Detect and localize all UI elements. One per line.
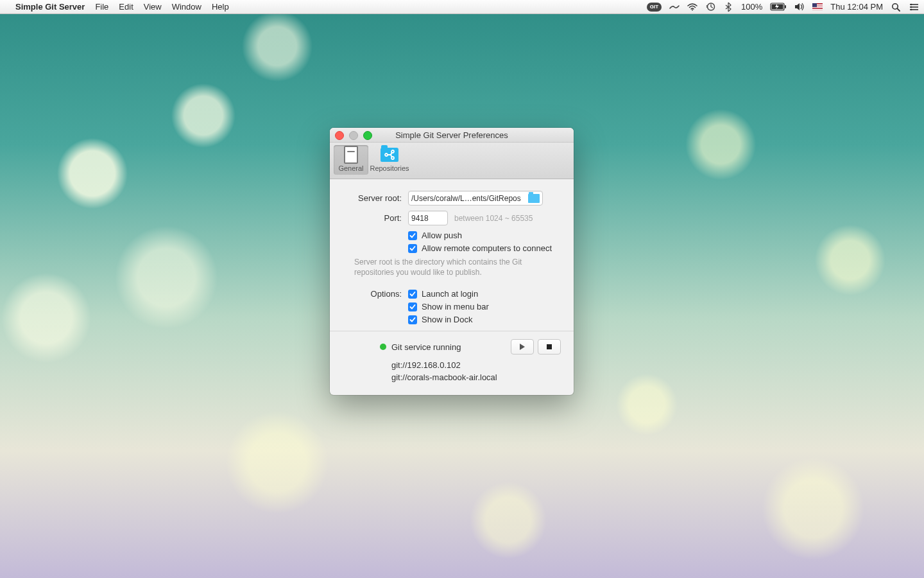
start-button[interactable]: [511, 339, 534, 355]
desktop: Simple Git Server File Edit View Window …: [0, 0, 924, 578]
bluetooth-icon[interactable]: [723, 2, 733, 12]
svg-point-13: [385, 153, 388, 156]
svg-point-12: [910, 8, 912, 10]
volume-icon[interactable]: [794, 2, 805, 12]
menu-edit[interactable]: Edit: [119, 2, 133, 12]
checkbox-icon: [408, 315, 417, 324]
svg-point-15: [391, 157, 394, 159]
status-text: Git service running: [391, 342, 461, 352]
menu-window[interactable]: Window: [172, 2, 201, 12]
service-url-2: git://corals-macbook-air.local: [391, 372, 561, 384]
tab-repositories-label: Repositories: [370, 164, 409, 172]
port-value: 9418: [411, 214, 429, 223]
zoom-button[interactable]: [363, 131, 372, 140]
svg-point-11: [910, 6, 912, 8]
port-field[interactable]: 9418: [408, 211, 448, 225]
folder-icon[interactable]: [528, 194, 540, 203]
svg-line-6: [897, 8, 900, 11]
svg-rect-3: [785, 5, 786, 8]
server-root-label: Server root:: [343, 193, 402, 203]
checkbox-launch-login-label: Launch at login: [422, 289, 478, 299]
server-root-field[interactable]: /Users/coralw/L…ents/GitRepos: [408, 191, 543, 206]
menu-file[interactable]: File: [95, 2, 108, 12]
general-icon: [344, 146, 358, 164]
checkbox-show-menu-label: Show in menu bar: [422, 302, 489, 311]
repositories-icon: [381, 148, 398, 162]
svg-point-0: [692, 9, 693, 10]
menu-view[interactable]: View: [144, 2, 162, 12]
battery-icon[interactable]: [770, 3, 787, 11]
tab-general[interactable]: General: [334, 145, 368, 175]
checkbox-icon: [408, 244, 417, 253]
checkbox-show-dock[interactable]: Show in Dock: [408, 315, 561, 324]
spotlight-icon[interactable]: [891, 2, 901, 12]
checkbox-icon: [408, 231, 417, 240]
close-button[interactable]: [335, 131, 344, 140]
battery-percent: 100%: [741, 2, 762, 12]
separator: [330, 331, 574, 331]
window-title: Simple Git Server Preferences: [395, 130, 508, 140]
options-label: Options:: [343, 289, 402, 299]
checkbox-icon: [408, 302, 417, 311]
help-text: Server root is the directory which conta…: [354, 257, 561, 277]
stop-button[interactable]: [538, 339, 561, 355]
checkbox-icon: [408, 290, 417, 299]
svg-rect-16: [547, 344, 552, 349]
service-url-1: git://192.168.0.102: [391, 360, 561, 372]
svg-point-14: [391, 150, 394, 153]
clock[interactable]: Thu 12:04 PM: [830, 2, 883, 12]
checkbox-allow-remote[interactable]: Allow remote computers to connect: [408, 243, 561, 253]
checkbox-allow-remote-label: Allow remote computers to connect: [422, 243, 552, 253]
input-source-flag-icon[interactable]: [812, 3, 823, 10]
svg-point-10: [910, 3, 912, 5]
titlebar[interactable]: Simple Git Server Preferences: [330, 128, 574, 143]
checkbox-allow-push-label: Allow push: [422, 231, 462, 240]
server-root-value: /Users/coralw/L…ents/GitRepos: [411, 194, 521, 203]
time-machine-icon[interactable]: [705, 2, 715, 12]
git-status-icon[interactable]: GIT: [647, 3, 662, 12]
sync-icon[interactable]: [669, 2, 680, 12]
status-indicator-icon: [380, 344, 386, 350]
preferences-body: Server root: /Users/coralw/L…ents/GitRep…: [330, 179, 574, 392]
wifi-icon[interactable]: [687, 2, 697, 12]
checkbox-show-dock-label: Show in Dock: [422, 315, 472, 324]
preferences-window: Simple Git Server Preferences General Re…: [330, 128, 574, 395]
tab-repositories[interactable]: Repositories: [372, 145, 407, 175]
notification-center-icon[interactable]: [909, 2, 919, 12]
minimize-button[interactable]: [349, 131, 358, 140]
port-hint: between 1024 ~ 65535: [454, 214, 533, 223]
preferences-toolbar: General Repositories: [330, 143, 574, 179]
menu-help[interactable]: Help: [212, 2, 229, 12]
checkbox-show-menu[interactable]: Show in menu bar: [408, 302, 561, 311]
app-menu[interactable]: Simple Git Server: [15, 2, 85, 12]
menubar: Simple Git Server File Edit View Window …: [0, 0, 924, 14]
checkbox-allow-push[interactable]: Allow push: [408, 231, 561, 240]
port-label: Port:: [343, 213, 402, 223]
tab-general-label: General: [338, 164, 363, 172]
